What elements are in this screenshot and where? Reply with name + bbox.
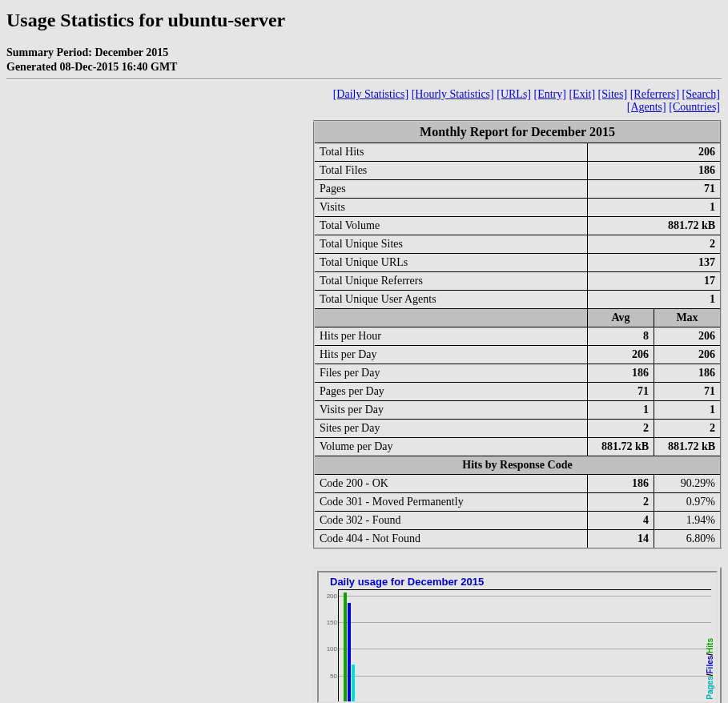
table-row: Total Unique Sites2 bbox=[314, 235, 721, 254]
nav-countries[interactable]: [Countries] bbox=[669, 101, 720, 113]
table-row: Sites per Day22 bbox=[314, 420, 721, 438]
vpd-avg: 1 bbox=[588, 401, 654, 420]
table-row: Code 301 - Moved Permanently20.97% bbox=[314, 493, 721, 512]
table-row: Total Hits206 bbox=[314, 143, 721, 162]
volpd-max: 881.72 kB bbox=[654, 438, 722, 456]
nav-urls[interactable]: [URLs] bbox=[497, 88, 531, 100]
visits-value: 1 bbox=[588, 199, 722, 217]
bar-files bbox=[348, 603, 351, 702]
total-files-label: Total Files bbox=[314, 162, 588, 180]
usites-label: Total Unique Sites bbox=[314, 235, 588, 254]
nav-agents[interactable]: [Agents] bbox=[627, 101, 666, 113]
table-row: Total Files186 bbox=[314, 162, 721, 180]
nav-referrers[interactable]: [Referrers] bbox=[630, 88, 679, 100]
nav-search[interactable]: [Search] bbox=[682, 88, 720, 100]
c302-label: Code 302 - Found bbox=[314, 512, 588, 530]
monthly-report-table: Monthly Report for December 2015 Total H… bbox=[313, 120, 722, 549]
table-row: Code 404 - Not Found146.80% bbox=[314, 530, 721, 549]
c404-label: Code 404 - Not Found bbox=[314, 530, 588, 549]
generated-timestamp: Generated 08-Dec-2015 16:40 GMT bbox=[6, 60, 722, 74]
vpd-max: 1 bbox=[654, 401, 722, 420]
table-row: Total Unique User Agents1 bbox=[314, 291, 721, 309]
usites-value: 2 bbox=[588, 235, 722, 254]
table-row: Hits per Day206206 bbox=[314, 346, 721, 364]
legend-sep: / bbox=[706, 653, 714, 656]
hph-max: 206 bbox=[654, 327, 722, 346]
visits-label: Visits bbox=[314, 199, 588, 217]
uref-value: 17 bbox=[588, 272, 722, 291]
table-row: Volume per Day881.72 kB881.72 kB bbox=[314, 438, 721, 456]
fpd-avg: 186 bbox=[588, 364, 654, 383]
pages-label: Pages bbox=[314, 180, 588, 199]
hph-avg: 8 bbox=[588, 327, 654, 346]
chart-legend: Pages/Files/Hits bbox=[706, 638, 714, 700]
avg-header: Avg bbox=[588, 309, 654, 327]
page-title: Usage Statistics for ubuntu-server bbox=[6, 10, 722, 31]
ppd-label: Pages per Day bbox=[314, 383, 588, 401]
ytick-150: 150 bbox=[324, 619, 337, 626]
legend-pages: Pages bbox=[706, 677, 714, 700]
table-row: Total Unique Referrers17 bbox=[314, 272, 721, 291]
volume-label: Total Volume bbox=[314, 217, 588, 235]
table-row: Code 200 - OK18690.29% bbox=[314, 475, 721, 493]
fpd-label: Files per Day bbox=[314, 364, 588, 383]
c404-n: 14 bbox=[588, 530, 654, 549]
uref-label: Total Unique Referrers bbox=[314, 272, 588, 291]
hpd-max: 206 bbox=[654, 346, 722, 364]
table-row: Code 302 - Found41.94% bbox=[314, 512, 721, 530]
nav-sites[interactable]: [Sites] bbox=[598, 88, 628, 100]
ytick-50: 50 bbox=[324, 672, 337, 679]
summary-block: Summary Period: December 2015 Generated … bbox=[6, 46, 722, 74]
spd-avg: 2 bbox=[588, 420, 654, 438]
table-row: Pages per Day7171 bbox=[314, 383, 721, 401]
summary-period: Summary Period: December 2015 bbox=[6, 46, 722, 60]
chart-title: Daily usage for December 2015 bbox=[330, 576, 711, 588]
ppd-max: 71 bbox=[654, 383, 722, 401]
c200-n: 186 bbox=[588, 475, 654, 493]
nav-exit[interactable]: [Exit] bbox=[569, 88, 595, 100]
avg-max-header-row: Avg Max bbox=[314, 309, 721, 327]
total-hits-label: Total Hits bbox=[314, 143, 588, 162]
ppd-avg: 71 bbox=[588, 383, 654, 401]
bar-hits bbox=[344, 593, 347, 702]
volume-value: 881.72 kB bbox=[588, 217, 722, 235]
total-hits-value: 206 bbox=[588, 143, 722, 162]
codes-header: Hits by Response Code bbox=[314, 456, 721, 475]
legend-sep: / bbox=[706, 674, 714, 677]
hpd-label: Hits per Day bbox=[314, 346, 588, 364]
uagents-label: Total Unique User Agents bbox=[314, 291, 588, 309]
nav-links: [Daily Statistics] [Hourly Statistics] [… bbox=[293, 88, 722, 114]
c200-p: 90.29% bbox=[654, 475, 722, 493]
volpd-avg: 881.72 kB bbox=[588, 438, 654, 456]
c302-n: 4 bbox=[588, 512, 654, 530]
bar-pages bbox=[352, 665, 355, 702]
nav-entry[interactable]: [Entry] bbox=[534, 88, 566, 100]
volpd-label: Volume per Day bbox=[314, 438, 588, 456]
table-row: Visits1 bbox=[314, 199, 721, 217]
hpd-avg: 206 bbox=[588, 346, 654, 364]
report-header: Monthly Report for December 2015 bbox=[314, 121, 721, 143]
c404-p: 6.80% bbox=[654, 530, 722, 549]
table-row: Visits per Day11 bbox=[314, 401, 721, 420]
table-row: Total Volume881.72 kB bbox=[314, 217, 721, 235]
c301-n: 2 bbox=[588, 493, 654, 512]
table-row: Files per Day186186 bbox=[314, 364, 721, 383]
spd-label: Sites per Day bbox=[314, 420, 588, 438]
uurls-label: Total Unique URLs bbox=[314, 254, 588, 272]
legend-hits: Hits bbox=[706, 638, 714, 653]
nav-hourly[interactable]: [Hourly Statistics] bbox=[412, 88, 494, 100]
pages-value: 71 bbox=[588, 180, 722, 199]
table-row: Hits per Hour8206 bbox=[314, 327, 721, 346]
nav-daily[interactable]: [Daily Statistics] bbox=[333, 88, 409, 100]
spd-max: 2 bbox=[654, 420, 722, 438]
table-row: Pages71 bbox=[314, 180, 721, 199]
c200-label: Code 200 - OK bbox=[314, 475, 588, 493]
divider bbox=[6, 78, 722, 80]
table-row: Total Unique URLs137 bbox=[314, 254, 721, 272]
c301-label: Code 301 - Moved Permanently bbox=[314, 493, 588, 512]
ytick-100: 100 bbox=[324, 645, 337, 653]
c302-p: 1.94% bbox=[654, 512, 722, 530]
ytick-200: 200 bbox=[324, 592, 337, 599]
total-files-value: 186 bbox=[588, 162, 722, 180]
daily-usage-chart: Daily usage for December 2015 5010015020… bbox=[313, 567, 722, 703]
